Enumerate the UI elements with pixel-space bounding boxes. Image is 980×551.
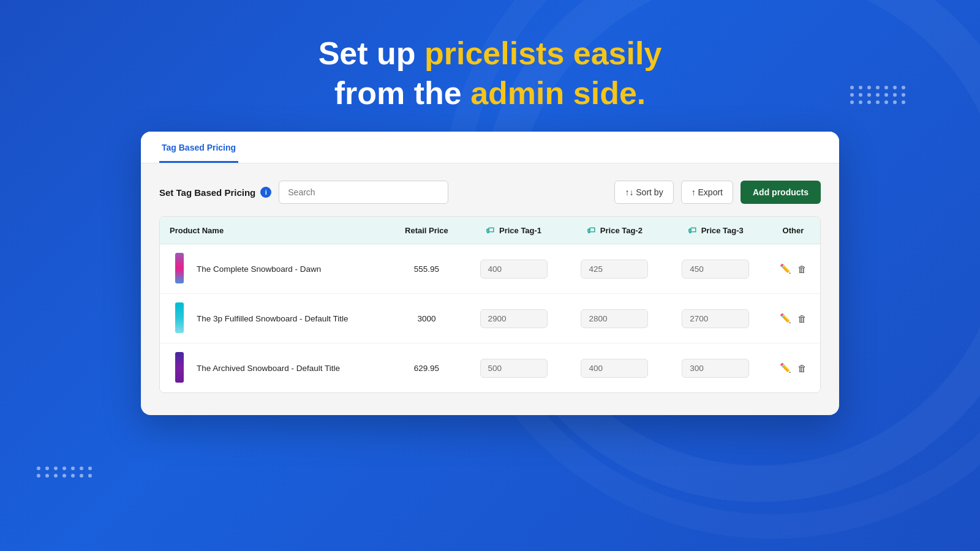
col-price-tag1: 🏷 Price Tag-1 xyxy=(463,217,564,244)
edit-icon-0[interactable]: ✏️ xyxy=(780,263,791,274)
product-cell-2: The Archived Snowboard - Default Title xyxy=(160,343,390,393)
product-name-1: The 3p Fulfilled Snowboard - Default Tit… xyxy=(197,314,349,323)
col-price-tag3: 🏷 Price Tag-3 xyxy=(665,217,766,244)
product-cell-1: The 3p Fulfilled Snowboard - Default Tit… xyxy=(160,294,390,343)
price-tag2-1[interactable]: 2800 xyxy=(564,294,665,343)
export-button[interactable]: ↑ Export xyxy=(681,181,733,204)
add-products-button[interactable]: Add products xyxy=(741,181,821,204)
table-row: The Complete Snowboard - Dawn 555.95 400… xyxy=(160,244,820,294)
retail-price-0: 555.95 xyxy=(390,244,463,294)
tag2-icon: 🏷 xyxy=(587,225,595,235)
sort-button[interactable]: ↑↓ Sort by xyxy=(614,181,673,204)
main-card: Tag Based Pricing Set Tag Based Pricing … xyxy=(141,132,839,415)
search-input[interactable] xyxy=(279,181,448,204)
tag1-icon: 🏷 xyxy=(486,225,494,235)
col-other: Other xyxy=(766,217,820,244)
info-icon[interactable]: i xyxy=(260,187,271,198)
table-header-row: Product Name Retail Price 🏷 Price Tag-1 … xyxy=(160,217,820,244)
actions-2: ✏️ 🗑 xyxy=(766,343,820,393)
col-product-name: Product Name xyxy=(160,217,390,244)
col-price-tag2: 🏷 Price Tag-2 xyxy=(564,217,665,244)
price-tag2-2[interactable]: 400 xyxy=(564,343,665,393)
toolbar: Set Tag Based Pricing i ↑↓ Sort by ↑ Exp… xyxy=(159,181,821,204)
price-tag3-1[interactable]: 2700 xyxy=(665,294,766,343)
card-content: Set Tag Based Pricing i ↑↓ Sort by ↑ Exp… xyxy=(141,163,839,415)
price-tag1-0[interactable]: 400 xyxy=(463,244,564,294)
product-image-1 xyxy=(170,302,189,334)
price-tag3-0[interactable]: 450 xyxy=(665,244,766,294)
product-name-2: The Archived Snowboard - Default Title xyxy=(197,364,340,373)
price-tag3-2[interactable]: 300 xyxy=(665,343,766,393)
dots-bottom-left xyxy=(37,467,93,478)
hero-heading: Set up pricelists easily from the admin … xyxy=(0,34,980,113)
delete-icon-0[interactable]: 🗑 xyxy=(797,264,807,274)
hero-section: Set up pricelists easily from the admin … xyxy=(0,0,980,132)
tab-tag-based-pricing[interactable]: Tag Based Pricing xyxy=(159,132,238,163)
price-tag1-2[interactable]: 500 xyxy=(463,343,564,393)
product-cell-0: The Complete Snowboard - Dawn xyxy=(160,244,390,294)
products-table: Product Name Retail Price 🏷 Price Tag-1 … xyxy=(159,216,821,393)
toolbar-title: Set Tag Based Pricing i xyxy=(159,187,271,198)
tab-bar: Tag Based Pricing xyxy=(141,132,839,163)
actions-1: ✏️ 🗑 xyxy=(766,294,820,343)
delete-icon-2[interactable]: 🗑 xyxy=(797,363,807,373)
product-name-0: The Complete Snowboard - Dawn xyxy=(197,264,321,274)
price-tag1-1[interactable]: 2900 xyxy=(463,294,564,343)
table-row: The Archived Snowboard - Default Title 6… xyxy=(160,343,820,393)
actions-0: ✏️ 🗑 xyxy=(766,244,820,294)
delete-icon-1[interactable]: 🗑 xyxy=(797,313,807,324)
product-image-2 xyxy=(170,352,189,384)
retail-price-1: 3000 xyxy=(390,294,463,343)
price-tag2-0[interactable]: 425 xyxy=(564,244,665,294)
edit-icon-1[interactable]: ✏️ xyxy=(780,313,791,324)
col-retail-price: Retail Price xyxy=(390,217,463,244)
tag3-icon: 🏷 xyxy=(688,225,696,235)
edit-icon-2[interactable]: ✏️ xyxy=(780,362,791,373)
table-row: The 3p Fulfilled Snowboard - Default Tit… xyxy=(160,294,820,343)
retail-price-2: 629.95 xyxy=(390,343,463,393)
product-image-0 xyxy=(170,253,189,285)
